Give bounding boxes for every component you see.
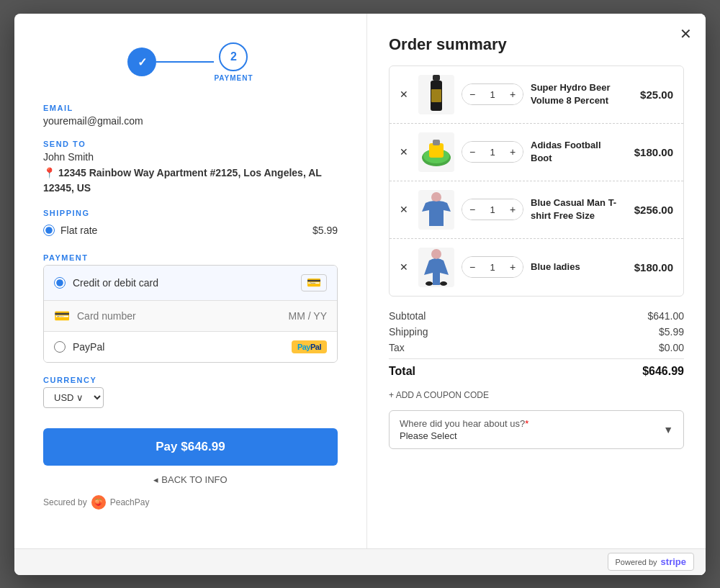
shipping-option-left: Flat rate <box>43 225 97 236</box>
card-icon: 💳 <box>301 274 327 291</box>
item-price-4: $180.00 <box>634 261 673 273</box>
subtotal-label: Subtotal <box>389 310 426 322</box>
qty-decrease-2[interactable]: − <box>462 142 482 162</box>
credit-card-option[interactable]: Credit or debit card 💳 <box>44 266 337 300</box>
email-section: EMAIL youremail@gmail.com <box>43 104 338 127</box>
paypal-option[interactable]: PayPal PayPal <box>44 332 337 362</box>
order-item: ✕ − 1 + Super Hydro Beer Volume 8 Perce <box>390 66 683 124</box>
shipping-price: $5.99 <box>312 225 338 236</box>
qty-decrease-4[interactable]: − <box>462 257 482 277</box>
svg-point-7 <box>431 192 441 202</box>
shipping-total-label: Shipping <box>389 326 428 338</box>
flat-rate-radio[interactable] <box>43 225 55 236</box>
item-price-1: $25.00 <box>640 89 673 101</box>
payment-options-box: Credit or debit card 💳 💳 <box>43 265 338 363</box>
qty-increase-4[interactable]: + <box>503 257 523 277</box>
payment-label: PAYMENT <box>43 253 338 262</box>
hear-select-value: Please Select <box>400 430 528 441</box>
item-remove-4[interactable]: ✕ <box>400 261 411 273</box>
qty-increase-2[interactable]: + <box>503 142 523 162</box>
item-remove-2[interactable]: ✕ <box>400 146 411 158</box>
item-name-3: Blue Casual Man T-shirt Free Size <box>531 196 623 222</box>
bottom-bar: Powered by stripe <box>14 548 706 575</box>
item-image-2 <box>418 132 454 172</box>
qty-increase-1[interactable]: + <box>503 84 523 104</box>
qty-increase-3[interactable]: + <box>503 199 523 220</box>
svg-point-10 <box>440 281 447 286</box>
credit-card-label: Credit or debit card <box>73 277 158 289</box>
qty-decrease-1[interactable]: − <box>462 84 482 104</box>
item-name-1: Super Hydro Beer Volume 8 Percent <box>531 81 629 107</box>
coupon-link[interactable]: + ADD A COUPON CODE <box>389 390 684 400</box>
qty-value-3: 1 <box>482 204 503 215</box>
svg-rect-6 <box>433 140 440 145</box>
credit-card-radio[interactable] <box>54 277 66 289</box>
currency-select[interactable]: USD ∨ EUR GBP <box>43 387 104 408</box>
card-number-input[interactable] <box>77 308 262 324</box>
subtotal-value: $641.00 <box>647 310 684 322</box>
svg-point-9 <box>426 281 433 286</box>
card-input-row: 💳 <box>44 300 337 331</box>
card-input-icon: 💳 <box>54 308 70 324</box>
qty-value-2: 1 <box>482 147 503 158</box>
recipient-name: John Smith <box>43 151 338 163</box>
email-value: youremail@gmail.com <box>43 115 338 127</box>
qty-control-1: − 1 + <box>462 83 523 105</box>
flat-rate-label: Flat rate <box>60 225 97 236</box>
shipping-option-row: Flat rate $5.99 <box>43 220 338 240</box>
total-value: $646.99 <box>642 365 684 378</box>
step1-circle: ✓ <box>127 48 156 76</box>
item-price-3: $256.00 <box>634 204 673 216</box>
peachpay-icon: 🍑 <box>91 495 106 510</box>
back-to-info-link[interactable]: ◂ BACK TO INFO <box>43 474 338 485</box>
shipping-row: Shipping $5.99 <box>389 324 684 340</box>
order-item: ✕ − 1 + Adidas Football <box>390 124 683 181</box>
hear-about-us-dropdown[interactable]: Where did you hear about us?* Please Sel… <box>389 410 684 449</box>
item-remove-3[interactable]: ✕ <box>400 204 411 215</box>
stripe-prefix: Powered by <box>616 558 657 566</box>
qty-value-4: 1 <box>482 262 503 273</box>
svg-rect-0 <box>433 75 440 81</box>
tax-value: $0.00 <box>659 342 684 353</box>
step2-circle: 2 <box>219 42 248 71</box>
item-image-3 <box>418 190 454 230</box>
qty-control-2: − 1 + <box>462 141 523 163</box>
location-icon: 📍 <box>43 167 55 178</box>
pay-button[interactable]: Pay $646.99 <box>43 428 338 466</box>
totals-section: Subtotal $641.00 Shipping $5.99 Tax $0.0… <box>389 308 684 380</box>
step-line <box>156 61 214 63</box>
total-label: Total <box>389 365 415 378</box>
tax-label: Tax <box>389 342 405 353</box>
order-item: ✕ − 1 + Blue Casual Man T-shirt Free Siz… <box>390 181 683 239</box>
order-summary-title: Order summary <box>389 35 684 54</box>
chevron-down-icon: ▼ <box>663 424 673 435</box>
item-image-1 <box>418 75 454 114</box>
hear-required-marker: * <box>525 418 528 429</box>
email-label: EMAIL <box>43 104 338 112</box>
hear-select-label: Where did you hear about us?* <box>400 418 528 429</box>
close-button[interactable]: ✕ <box>675 24 696 44</box>
item-remove-1[interactable]: ✕ <box>400 89 411 100</box>
back-link-label: BACK TO INFO <box>161 474 227 485</box>
modal: ✕ ✓ 2 PAYMENT EMAIL youremail@gmail.com <box>14 14 706 575</box>
qty-control-3: − 1 + <box>462 199 523 220</box>
stripe-badge: Powered by stripe <box>608 553 695 571</box>
secured-by-label: Secured by <box>43 497 87 507</box>
qty-value-1: 1 <box>482 89 503 100</box>
paypal-label: PayPal <box>73 341 104 353</box>
recipient-address: 📍 12345 Rainbow Way Apartment #2125, Los… <box>43 166 338 196</box>
card-date-input[interactable] <box>269 308 327 324</box>
qty-control-4: − 1 + <box>462 256 523 278</box>
back-chevron-icon: ◂ <box>153 474 158 485</box>
order-items-box: ✕ − 1 + Super Hydro Beer Volume 8 Perce <box>389 65 684 297</box>
hear-select-content: Where did you hear about us?* Please Sel… <box>400 418 528 441</box>
send-to-label: SEND TO <box>43 140 338 148</box>
paypal-radio[interactable] <box>54 341 66 353</box>
order-item: ✕ − 1 + Blue ladies <box>390 239 683 296</box>
item-image-4 <box>418 248 454 287</box>
qty-decrease-3[interactable]: − <box>462 199 482 220</box>
right-panel: Order summary ✕ − 1 <box>367 14 706 575</box>
shipping-section: SHIPPING Flat rate $5.99 <box>43 209 338 240</box>
currency-section: CURRENCY USD ∨ EUR GBP <box>43 376 338 408</box>
stepper: ✓ 2 PAYMENT <box>43 42 338 82</box>
